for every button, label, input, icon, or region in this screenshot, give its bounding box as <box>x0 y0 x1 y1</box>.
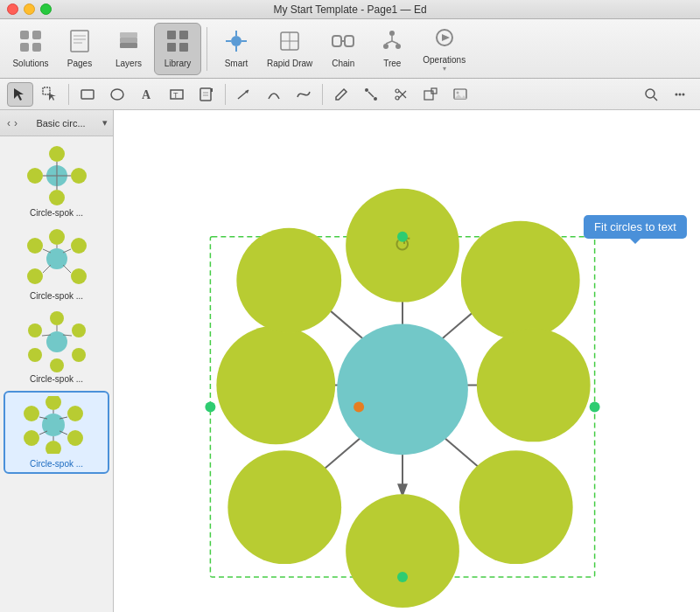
svg-point-96 <box>46 396 61 410</box>
svg-rect-42 <box>200 88 211 101</box>
secondary-toolbar: A T <box>0 79 700 110</box>
svg-line-81 <box>43 249 51 253</box>
tool-select[interactable] <box>7 82 33 107</box>
tooltip-text: Fit circles to text <box>594 220 676 233</box>
svg-point-51 <box>396 89 399 93</box>
svg-rect-4 <box>71 31 88 52</box>
svg-point-127 <box>459 450 573 564</box>
svg-point-131 <box>397 572 408 582</box>
sidebar-nav-back[interactable]: ‹ <box>5 115 12 131</box>
svg-point-77 <box>71 238 87 254</box>
svg-point-90 <box>72 348 86 362</box>
sidebar-dropdown[interactable]: ▾ <box>102 117 108 129</box>
svg-rect-13 <box>167 43 176 52</box>
sidebar-item-1[interactable]: Circle-spok ... <box>0 140 113 223</box>
toolbar-rapid-draw[interactable]: Rapid Draw <box>262 23 318 75</box>
sidebar-header: ‹ › Basic circ... ▾ <box>0 110 113 136</box>
tool-curve[interactable] <box>290 82 317 107</box>
toolbar-layers[interactable]: Layers <box>105 23 152 75</box>
minimize-button[interactable] <box>24 3 35 15</box>
svg-point-66 <box>49 146 65 162</box>
close-button[interactable] <box>7 3 18 15</box>
svg-point-78 <box>27 268 43 284</box>
tool-text[interactable]: A <box>134 82 160 107</box>
svg-marker-36 <box>49 94 56 101</box>
tool-pen[interactable] <box>328 82 354 107</box>
svg-point-64 <box>682 93 685 95</box>
svg-marker-33 <box>442 34 450 41</box>
svg-point-86 <box>50 311 64 325</box>
fit-circles-tooltip: Fit circles to text <box>584 215 687 239</box>
canvas[interactable]: ↺ Fit c <box>114 110 700 612</box>
layers-label: Layers <box>116 59 142 68</box>
diagram-svg: ↺ <box>114 110 700 612</box>
sidebar-item-icon-4 <box>18 396 96 457</box>
tool-divider-2 <box>225 84 226 105</box>
tool-transform[interactable] <box>417 82 444 107</box>
sidebar-item-icon-1 <box>18 145 96 206</box>
toolbar-pages[interactable]: Pages <box>56 23 103 75</box>
sidebar-item-label-1: Circle-spok ... <box>30 208 83 218</box>
library-label: Library <box>164 59 192 68</box>
svg-point-130 <box>590 401 600 412</box>
svg-point-49 <box>374 97 377 101</box>
tree-icon <box>380 29 404 57</box>
toolbar-smart[interactable]: Smart <box>213 23 260 75</box>
svg-point-97 <box>24 406 39 421</box>
chain-icon <box>331 29 355 57</box>
svg-rect-35 <box>43 87 50 94</box>
svg-line-83 <box>43 265 51 273</box>
sidebar-item-2[interactable]: Circle-spok ... <box>0 223 113 306</box>
sidebar-nav-forward[interactable]: › <box>12 115 19 131</box>
toolbar-operations[interactable]: Operations ▾ <box>417 23 471 75</box>
svg-line-31 <box>392 41 398 44</box>
extra-tool[interactable] <box>667 82 693 107</box>
svg-marker-43 <box>211 88 213 92</box>
tool-text-box[interactable]: T <box>164 82 190 107</box>
smart-icon <box>224 29 248 57</box>
toolbar-solutions[interactable]: Solutions <box>7 23 54 75</box>
toolbar-library[interactable]: Library <box>154 23 201 75</box>
sidebar-item-label-4: Circle-spok ... <box>30 459 83 469</box>
svg-point-128 <box>397 232 408 242</box>
tool-rectangle[interactable] <box>74 82 101 107</box>
tool-ellipse[interactable] <box>104 82 130 107</box>
svg-point-95 <box>42 414 65 436</box>
titlebar: My Start Template - Page1 — Ed <box>0 0 700 19</box>
svg-point-120 <box>216 326 335 445</box>
svg-point-26 <box>389 31 395 36</box>
sidebar-item-4[interactable]: Circle-spok ... <box>4 391 109 474</box>
svg-rect-23 <box>332 36 341 46</box>
sidebar-item-icon-2 <box>18 228 96 289</box>
maximize-button[interactable] <box>40 3 52 15</box>
tool-arc[interactable] <box>261 82 287 107</box>
svg-line-61 <box>654 97 657 101</box>
svg-point-98 <box>67 406 83 421</box>
tool-connect[interactable] <box>358 82 384 107</box>
svg-rect-3 <box>32 43 41 52</box>
sidebar-item-3[interactable]: Circle-spok ... <box>0 306 113 389</box>
toolbar-tree[interactable]: Tree <box>368 23 416 75</box>
svg-point-79 <box>71 268 87 284</box>
pages-label: Pages <box>67 59 92 68</box>
svg-point-68 <box>71 168 87 184</box>
tool-note[interactable] <box>193 82 220 107</box>
tool-image[interactable] <box>447 82 473 107</box>
svg-rect-10 <box>120 32 137 38</box>
tool-scissors[interactable] <box>388 82 414 107</box>
svg-line-30 <box>386 41 392 44</box>
svg-line-82 <box>63 249 71 253</box>
svg-point-85 <box>46 331 67 352</box>
toolbar-chain[interactable]: Chain <box>319 23 367 75</box>
search-button[interactable] <box>639 82 663 107</box>
svg-rect-1 <box>32 31 41 39</box>
svg-point-87 <box>28 323 42 337</box>
tool-line[interactable] <box>231 82 257 107</box>
solutions-icon <box>18 29 43 57</box>
svg-point-60 <box>646 89 654 98</box>
layers-icon <box>116 29 141 57</box>
svg-point-121 <box>236 228 341 333</box>
svg-point-58 <box>457 91 459 94</box>
window-title: My Start Template - Page1 — Ed <box>273 3 426 16</box>
tool-select-multi[interactable] <box>37 82 63 107</box>
